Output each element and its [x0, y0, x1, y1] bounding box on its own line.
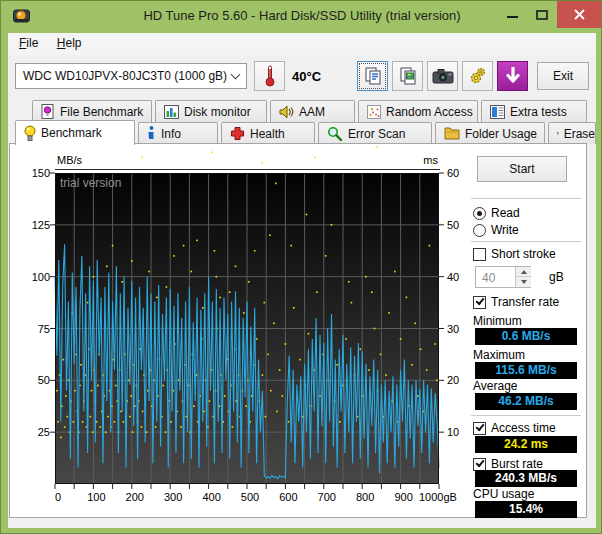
write-label: Write [491, 223, 519, 237]
copy-image-icon [398, 66, 418, 86]
tab-label: Benchmark [41, 126, 102, 140]
plot-area: trial version [55, 173, 439, 484]
menu-file[interactable]: File [12, 33, 45, 53]
tab-label: Error Scan [348, 127, 405, 141]
access-time-value: 24.2 ms [475, 436, 577, 453]
client-area: File Help WDC WD10JPVX-80JC3T0 (1000 gB)… [8, 33, 596, 528]
temperature-value: 40°C [292, 69, 321, 84]
tab-health[interactable]: Health [221, 122, 315, 144]
copy-image-button[interactable] [392, 61, 423, 91]
transfer-rate-checkbox[interactable]: Transfer rate [473, 295, 559, 309]
tab-label: Disk monitor [184, 105, 251, 119]
health-cross-icon [230, 126, 245, 141]
short-stroke-spinner[interactable]: 40 [475, 266, 531, 288]
gb-unit-label: gB [549, 270, 564, 284]
cpu-usage-label: CPU usage [473, 487, 534, 501]
checkbox-checked-icon [473, 422, 486, 435]
short-stroke-label: Short stroke [491, 247, 556, 261]
tab-erase[interactable]: Erase [548, 122, 596, 144]
read-radio[interactable]: Read [473, 206, 520, 220]
exit-label: Exit [553, 69, 573, 83]
close-icon [574, 9, 585, 20]
y-left-tick-label: 25 [12, 426, 50, 438]
y-left-tick-label: 75 [12, 323, 50, 335]
arrow-down-icon [521, 280, 527, 284]
tab-random-access[interactable]: Random Access [358, 100, 478, 122]
tab-error-scan[interactable]: Error Scan [318, 122, 432, 144]
radio-checked-icon [473, 207, 486, 220]
maximize-icon [536, 10, 548, 20]
trash-icon [557, 126, 559, 141]
short-stroke-value: 40 [482, 271, 495, 285]
folder-icon [444, 127, 460, 140]
tools-button[interactable] [462, 61, 493, 91]
close-button[interactable] [557, 1, 602, 28]
error-scan-magnifier-icon [327, 126, 343, 141]
minimize-icon [507, 10, 518, 19]
app-window: HD Tune Pro 5.60 - Hard Disk/SSD Utility… [0, 0, 602, 534]
separator [471, 198, 581, 200]
copy-text-button[interactable] [357, 61, 388, 91]
checkbox-unchecked-icon [473, 248, 486, 261]
spinner-down-button[interactable] [516, 277, 531, 287]
short-stroke-checkbox[interactable]: Short stroke [473, 247, 556, 261]
menu-bar: File Help [8, 33, 596, 55]
maximum-value: 115.6 MB/s [475, 362, 577, 379]
tab-extra-tests[interactable]: Extra tests [481, 100, 587, 122]
exit-button[interactable]: Exit [537, 62, 589, 90]
benchmark-page: MB/s ms trial version 150125100755025605… [9, 144, 587, 518]
tab-folder-usage[interactable]: Folder Usage [435, 122, 545, 144]
drive-select[interactable]: WDC WD10JPVX-80JC3T0 (1000 gB) [15, 63, 247, 89]
burst-rate-value: 240.3 MB/s [475, 470, 577, 487]
maximum-label: Maximum [473, 348, 525, 362]
separator [471, 415, 581, 417]
write-radio[interactable]: Write [473, 223, 519, 237]
title-bar: HD Tune Pro 5.60 - Hard Disk/SSD Utility… [1, 1, 602, 33]
copy-text-icon [363, 66, 383, 86]
checkbox-checked-icon [473, 296, 486, 309]
tab-info[interactable]: Info [138, 122, 218, 144]
axis-units: MB/s ms [55, 154, 440, 168]
save-results-button[interactable] [497, 61, 528, 91]
tab-label: AAM [299, 105, 325, 119]
info-icon [147, 126, 156, 141]
y-left-tick-label: 100 [12, 271, 50, 283]
minimum-value: 0.6 MB/s [475, 328, 577, 345]
tab-file-benchmark[interactable]: File Benchmark [32, 100, 152, 122]
separator [471, 241, 581, 243]
maximize-button[interactable] [527, 1, 557, 28]
spinner-up-button[interactable] [516, 267, 531, 277]
x-tick-label: 1000gB [419, 491, 465, 503]
transfer-rate-label: Transfer rate [491, 295, 559, 309]
camera-button[interactable] [427, 61, 458, 91]
spinner-buttons [515, 267, 530, 287]
arrow-up-icon [521, 270, 527, 274]
access-time-checkbox[interactable]: Access time [473, 421, 556, 435]
radio-unchecked-icon [473, 224, 486, 237]
trial-watermark: trial version [60, 176, 121, 190]
burst-rate-label: Burst rate [491, 457, 543, 471]
y-left-tick-label: 150 [12, 167, 50, 179]
average-value: 46.2 MB/s [475, 393, 577, 410]
tab-label: Info [161, 127, 181, 141]
y-left-unit: MB/s [57, 154, 82, 166]
disk-monitor-icon [164, 105, 179, 119]
tab-label: Folder Usage [465, 127, 537, 141]
menu-help[interactable]: Help [50, 33, 89, 53]
y-left-tick-label: 50 [12, 374, 50, 386]
drive-select-value: WDC WD10JPVX-80JC3T0 (1000 gB) [23, 69, 227, 83]
y-left-tick-label: 125 [12, 219, 50, 231]
controls-panel: Start Read Write Short stroke 40 [471, 154, 583, 514]
temperature-button[interactable] [254, 61, 285, 91]
burst-rate-checkbox[interactable]: Burst rate [473, 457, 543, 471]
thermometer-icon [264, 65, 276, 87]
plot-top-border [55, 169, 440, 170]
tab-label: Erase [564, 127, 595, 141]
tab-label: Extra tests [510, 105, 567, 119]
start-button[interactable]: Start [477, 156, 567, 182]
chevron-down-icon [231, 70, 241, 80]
tab-disk-monitor[interactable]: Disk monitor [155, 100, 267, 122]
tab-benchmark[interactable]: Benchmark [15, 120, 135, 145]
tab-aam[interactable]: AAM [270, 100, 355, 122]
minimize-button[interactable] [497, 1, 527, 28]
